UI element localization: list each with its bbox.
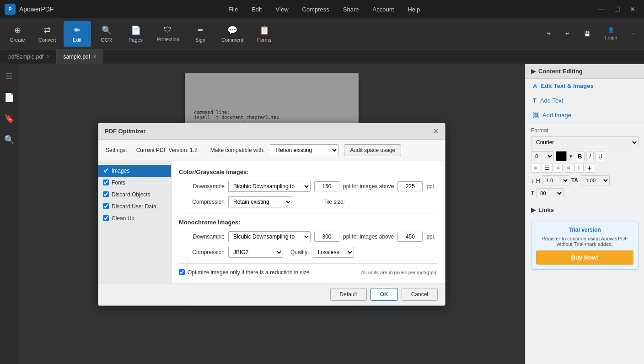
mono-quality-select[interactable]: Lossless xyxy=(313,247,354,258)
clean-up-checkbox[interactable] xyxy=(103,215,109,221)
maximize-button[interactable]: ☐ xyxy=(610,4,624,15)
section-divider-2 xyxy=(179,263,438,264)
font-select[interactable]: Courier xyxy=(531,136,639,148)
default-button[interactable]: Default xyxy=(330,288,367,301)
login-label: Login xyxy=(605,35,617,40)
create-button[interactable]: ⊕ Create xyxy=(4,21,31,47)
convert-button[interactable]: ⇄ Convert xyxy=(33,21,62,47)
fonts-checkbox[interactable] xyxy=(103,179,109,185)
menu-share[interactable]: Share xyxy=(337,4,365,15)
align-center-button[interactable]: ☰ xyxy=(542,163,553,173)
content-editing-header: ▶ Content Editing xyxy=(526,64,644,79)
color-ppi-input[interactable] xyxy=(314,181,339,191)
login-button[interactable]: 👤 Login xyxy=(600,24,623,43)
mono-ppi-above-input[interactable] xyxy=(397,232,423,242)
underline-button[interactable]: U xyxy=(596,152,605,161)
cancel-button[interactable]: Cancel xyxy=(402,288,438,301)
create-label: Create xyxy=(10,37,25,43)
font-scale-select[interactable]: 80 xyxy=(536,188,564,198)
bold-button[interactable]: B xyxy=(575,152,585,161)
modal-close-button[interactable]: ✕ xyxy=(433,127,439,136)
optimize-label: Optimize images only if there is a reduc… xyxy=(188,269,310,276)
color-ppi-above-input[interactable] xyxy=(397,181,423,191)
color-compression-select[interactable]: Retain existing xyxy=(228,196,292,207)
edit-button[interactable]: ✏ Edit xyxy=(64,21,91,47)
tab-pdfsample[interactable]: pdfSample.pdf ✕ xyxy=(2,49,57,64)
sidebar-icon-nav[interactable]: ☰ xyxy=(3,69,16,84)
mono-ppi-input[interactable] xyxy=(314,232,339,242)
links-header[interactable]: ▶ Links xyxy=(531,206,639,213)
sidebar-icons: ☰ 📄 🔖 🔍 xyxy=(0,64,18,364)
text-dir-button[interactable]: T xyxy=(574,163,584,173)
trial-box: Trial version Register to continue using… xyxy=(531,222,639,270)
edit-text-images-item[interactable]: A Edit Text & Images xyxy=(526,79,644,93)
undo-icon: ↪ xyxy=(547,31,551,37)
modal-title: PDF Optimizer xyxy=(105,128,146,135)
font-size-select[interactable]: 8 xyxy=(531,151,554,161)
align-right-button[interactable]: ≡ xyxy=(554,163,563,173)
discard-user-data-checkbox[interactable] xyxy=(103,203,109,209)
line-height-select[interactable]: 1.0 xyxy=(542,175,569,185)
letter-spacing-select[interactable]: -1.00 xyxy=(580,175,610,185)
menu-account[interactable]: Account xyxy=(366,4,401,15)
undo-button[interactable]: ↪ xyxy=(541,28,556,39)
sidebar-item-discard-objects[interactable]: Discard Objects xyxy=(98,189,171,201)
right-panel: ▶ Content Editing A Edit Text & Images T… xyxy=(525,64,644,364)
close-button[interactable]: ✕ xyxy=(626,4,639,15)
tab-pdfsample-close[interactable]: ✕ xyxy=(46,54,50,59)
comment-button[interactable]: 💬 Comment xyxy=(216,21,249,47)
add-image-item[interactable]: 🖼 Add Image xyxy=(526,108,644,123)
edit-icon: ✏ xyxy=(74,25,80,35)
line-height-label: H xyxy=(536,177,540,184)
menu-compress[interactable]: Compress xyxy=(296,4,336,15)
optimize-checkbox[interactable] xyxy=(179,269,185,275)
font-color-box[interactable] xyxy=(556,151,567,161)
ok-button[interactable]: OK xyxy=(370,288,398,301)
protection-button[interactable]: 🛡 Protection xyxy=(151,21,185,47)
sidebar-item-clean-up[interactable]: Clean Up xyxy=(98,212,171,224)
color-downsample-select[interactable]: Bicubic Downsampling to xyxy=(228,181,311,192)
color-downsample-row: Downsample Bicubic Downsampling to ppi f… xyxy=(179,181,438,192)
sidebar-icon-pages[interactable]: 📄 xyxy=(1,90,17,105)
text-dir2-button[interactable]: T̶ xyxy=(585,163,594,173)
color-dropdown-icon[interactable]: ▼ xyxy=(569,154,573,159)
minimize-button[interactable]: — xyxy=(595,4,608,15)
align-row: ≡ ☰ ≡ ≡ T T̶ xyxy=(531,163,639,173)
sidebar-icon-search[interactable]: 🔍 xyxy=(1,132,17,147)
compat-label: Make compatible with: xyxy=(210,147,265,153)
sidebar-item-discard-user-data[interactable]: Discard User Data xyxy=(98,201,171,212)
discard-objects-checkbox[interactable] xyxy=(103,191,109,197)
tab-sample-close[interactable]: ✕ xyxy=(93,54,97,59)
add-text-item[interactable]: T Add Text xyxy=(526,93,644,108)
audit-space-button[interactable]: Audit space usage xyxy=(344,144,401,156)
sidebar-icon-bookmark[interactable]: 🔖 xyxy=(1,111,17,126)
ocr-button[interactable]: 🔍 OCR xyxy=(93,21,120,47)
images-checkbox[interactable] xyxy=(103,168,109,174)
sign-button[interactable]: ✒ Sign xyxy=(187,21,214,47)
forms-button[interactable]: 📋 Forms xyxy=(251,21,278,47)
redo-button[interactable]: ↩ xyxy=(560,28,575,39)
save-button[interactable]: 💾 xyxy=(579,28,596,39)
tab-sample[interactable]: sample.pdf ✕ xyxy=(57,49,103,64)
align-left-button[interactable]: ≡ xyxy=(531,163,540,173)
modal-overlay: PDF Optimizer ✕ Settings: Current PDF Ve… xyxy=(18,64,525,364)
align-justify-button[interactable]: ≡ xyxy=(564,163,573,173)
edit-text-images-label: Edit Text & Images xyxy=(541,82,593,89)
menu-edit[interactable]: Edit xyxy=(245,4,268,15)
sidebar-item-images[interactable]: Images xyxy=(98,165,171,177)
italic-button[interactable]: I xyxy=(586,152,594,161)
menu-file[interactable]: File xyxy=(222,4,244,15)
more-button[interactable]: ≡ xyxy=(627,28,640,39)
optimize-checkbox-row: Optimize images only if there is a reduc… xyxy=(179,269,438,276)
compat-select[interactable]: Retain existing xyxy=(270,144,338,156)
menu-view[interactable]: View xyxy=(269,4,295,15)
menu-help[interactable]: Help xyxy=(401,4,426,15)
sign-label: Sign xyxy=(195,37,205,43)
mono-downsample-select[interactable]: Bicubic Downsampling to xyxy=(228,231,311,242)
modal-content: Color/Grayscale Images: Downsample Bicub… xyxy=(172,161,445,283)
color-ppi-unit: ppi. xyxy=(426,183,435,190)
pages-button[interactable]: 📄 Pages xyxy=(122,21,150,47)
mono-compression-select[interactable]: JBIG2 xyxy=(228,247,283,258)
sidebar-item-fonts[interactable]: Fonts xyxy=(98,177,171,189)
buy-now-button[interactable]: Buy Now! xyxy=(536,250,633,265)
